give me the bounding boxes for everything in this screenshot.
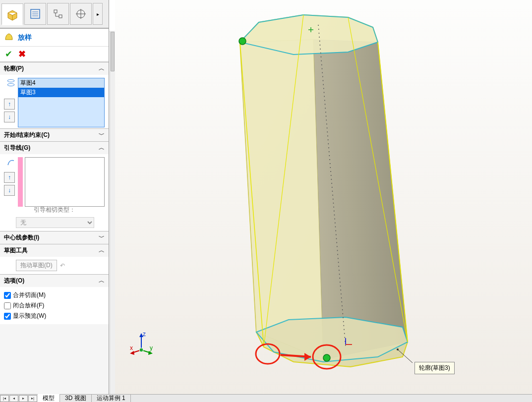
tree-icon bbox=[52, 8, 64, 20]
svg-marker-38 bbox=[148, 351, 153, 355]
svg-rect-5 bbox=[59, 15, 62, 18]
ok-button[interactable]: ✔ bbox=[5, 49, 12, 59]
profiles-header[interactable]: 轮廓(P) ︿ bbox=[0, 62, 109, 75]
profile-callout[interactable]: 轮廓(草图3) bbox=[414, 362, 455, 374]
profile-type-icon[interactable] bbox=[6, 78, 16, 88]
tangency-type-label: 引导相切类型： bbox=[4, 206, 105, 214]
close-loft-option[interactable]: 闭合放样(F) bbox=[4, 300, 105, 311]
chevron-up-icon: ︿ bbox=[99, 64, 105, 73]
centerline-header[interactable]: 中心线参数(I) ﹀ bbox=[0, 231, 109, 244]
panel-scrollbar[interactable] bbox=[110, 31, 115, 395]
move-down-button[interactable]: ↓ bbox=[4, 112, 15, 122]
svg-point-26 bbox=[323, 354, 330, 361]
drag-sketch-button[interactable]: 拖动草图(D) bbox=[16, 260, 57, 271]
guides-listbox[interactable] bbox=[25, 157, 105, 207]
svg-text:z: z bbox=[143, 331, 146, 338]
svg-point-9 bbox=[7, 80, 14, 82]
sketchtools-header[interactable]: 草图工具 ︿ bbox=[0, 244, 109, 257]
feature-title: 放样 bbox=[18, 33, 32, 42]
svg-rect-4 bbox=[54, 10, 57, 13]
chevron-up-icon: ︿ bbox=[99, 144, 105, 152]
panel-tab-strip: ▸ bbox=[0, 0, 109, 29]
list-icon bbox=[29, 8, 41, 20]
feature-manager-tab[interactable] bbox=[1, 3, 23, 25]
tab-nav-prev[interactable]: ◂ bbox=[9, 395, 18, 402]
view-triad[interactable]: z x y bbox=[129, 331, 154, 356]
startend-header-label: 开始/结束约束(C) bbox=[4, 131, 50, 139]
tab-model[interactable]: 模型 bbox=[38, 394, 60, 402]
property-manager-panel: ▸ 放样 ✔ ✖ 轮廓(P) ︿ 草图4 草图3 bbox=[0, 0, 109, 396]
confirm-cancel-row: ✔ ✖ bbox=[0, 47, 109, 62]
tab-nav-last[interactable]: ▸| bbox=[28, 395, 37, 402]
sketchtools-section: 草图工具 ︿ 拖动草图(D) ↶ bbox=[0, 244, 109, 274]
profiles-section: 轮廓(P) ︿ 草图4 草图3 ↑ ↓ bbox=[0, 62, 109, 128]
bottom-tab-strip: |◂ ◂ ▸ ▸| 模型 3D 视图 运动算例 1 bbox=[0, 394, 532, 402]
guides-header-label: 引导线(G) bbox=[4, 144, 30, 152]
svg-point-10 bbox=[7, 84, 14, 86]
guides-section: 引导线(G) ︿ ↑ ↓ 引导相切类型： 无 bbox=[0, 141, 109, 231]
tab-nav-first[interactable]: |◂ bbox=[0, 395, 9, 402]
loft-preview-model bbox=[115, 0, 532, 387]
svg-text:y: y bbox=[150, 345, 153, 351]
tab-3dview[interactable]: 3D 视图 bbox=[60, 394, 92, 402]
profile-item-1[interactable]: 草图4 bbox=[18, 78, 104, 88]
svg-point-39 bbox=[139, 348, 143, 352]
chevron-up-icon: ︿ bbox=[99, 246, 105, 255]
dimxpert-tab[interactable] bbox=[70, 3, 92, 25]
merge-tangent-checkbox[interactable] bbox=[4, 292, 11, 299]
close-loft-checkbox[interactable] bbox=[4, 302, 11, 309]
loft-icon bbox=[4, 32, 14, 43]
guide-pink-bar bbox=[18, 157, 23, 207]
show-preview-checkbox[interactable] bbox=[4, 313, 11, 320]
profile-item-2[interactable]: 草图3 bbox=[18, 88, 104, 97]
centerline-section: 中心线参数(I) ﹀ bbox=[0, 231, 109, 244]
cube-icon bbox=[6, 8, 19, 21]
merge-tangent-option[interactable]: 合并切面(M) bbox=[4, 290, 105, 300]
options-header[interactable]: 选项(O) ︿ bbox=[0, 275, 109, 287]
sketchtools-header-label: 草图工具 bbox=[4, 246, 28, 255]
feature-title-row: 放样 bbox=[0, 29, 109, 47]
startend-header[interactable]: 开始/结束约束(C) ﹀ bbox=[0, 129, 109, 141]
svg-point-25 bbox=[239, 38, 246, 45]
property-manager-tab[interactable] bbox=[24, 3, 46, 25]
chevron-down-icon: ﹀ bbox=[99, 233, 105, 242]
move-up-button[interactable]: ↑ bbox=[4, 99, 15, 110]
cancel-button[interactable]: ✖ bbox=[18, 49, 26, 59]
configuration-manager-tab[interactable] bbox=[47, 3, 69, 25]
tangency-type-select[interactable]: 无 bbox=[16, 217, 94, 228]
svg-point-32 bbox=[397, 348, 399, 350]
options-section: 选项(O) ︿ 合并切面(M) 闭合放样(F) 显示预览(W) bbox=[0, 274, 109, 324]
more-tabs[interactable]: ▸ bbox=[93, 3, 103, 25]
guide-move-up[interactable]: ↑ bbox=[4, 172, 15, 183]
profiles-listbox[interactable]: 草图4 草图3 bbox=[18, 78, 105, 127]
chevron-up-icon: ︿ bbox=[99, 277, 105, 285]
svg-text:x: x bbox=[130, 345, 133, 351]
guides-header[interactable]: 引导线(G) ︿ bbox=[0, 142, 109, 154]
show-preview-option[interactable]: 显示预览(W) bbox=[4, 311, 105, 321]
options-header-label: 选项(O) bbox=[4, 277, 24, 285]
chevron-down-icon: ﹀ bbox=[99, 131, 105, 139]
undo-icon[interactable]: ↶ bbox=[60, 262, 65, 269]
scroll-thumb[interactable] bbox=[111, 32, 115, 71]
centerline-header-label: 中心线参数(I) bbox=[4, 233, 39, 242]
guide-move-down[interactable]: ↓ bbox=[4, 185, 15, 196]
startend-section: 开始/结束约束(C) ﹀ bbox=[0, 128, 109, 141]
profiles-header-label: 轮廓(P) bbox=[4, 64, 24, 73]
tab-motion[interactable]: 运动算例 1 bbox=[92, 394, 131, 402]
svg-marker-36 bbox=[130, 351, 134, 355]
guide-type-icon[interactable] bbox=[6, 157, 16, 167]
target-icon bbox=[75, 8, 87, 20]
tab-nav-next[interactable]: ▸ bbox=[19, 395, 28, 402]
